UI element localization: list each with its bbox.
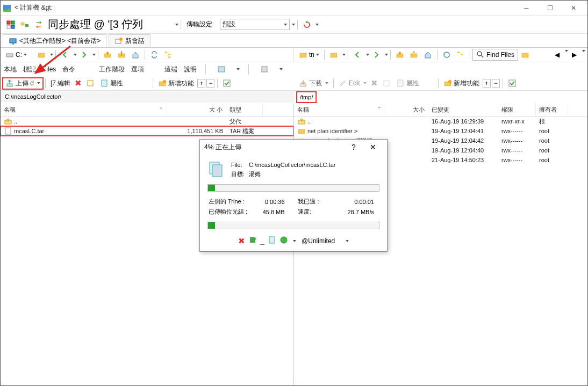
svg-rect-6 (11, 25, 15, 28)
close-button[interactable]: ✕ (562, 1, 585, 16)
dialog-cancel-icon[interactable]: ✖ (238, 236, 245, 246)
left-action-icon-1[interactable] (84, 78, 97, 89)
right-check-icon[interactable] (506, 78, 519, 89)
right-home-icon[interactable] (421, 49, 434, 60)
right-minus-icon[interactable]: − (492, 79, 500, 88)
svg-rect-27 (457, 52, 460, 53)
svg-rect-41 (384, 81, 389, 86)
left-tree-icon[interactable] (162, 49, 175, 60)
transfer-preset-combo[interactable]: 預設 (220, 19, 290, 30)
menu-session[interactable]: 工作階段 (99, 65, 125, 74)
minimize-button[interactable]: ─ (514, 1, 538, 16)
right-sync-icon[interactable] (440, 49, 453, 60)
menu-remote[interactable]: 遠端 (164, 65, 177, 74)
menu-help[interactable]: 說明 (184, 65, 197, 74)
upload-button[interactable]: 上傳 d (3, 78, 43, 89)
svg-rect-42 (398, 80, 403, 86)
main-toolbar: 同步處理 @ '[3 佇列 傳輸設定 預設 (1, 16, 587, 34)
right-bookmark-icon[interactable] (519, 49, 532, 60)
nav-right-icon[interactable]: ▶ (570, 50, 579, 60)
nav-left-icon[interactable]: ◀ (553, 50, 562, 60)
right-col-name[interactable]: 名稱⌃ (294, 104, 385, 116)
left-col-size[interactable]: 大 小 (167, 104, 226, 116)
right-drive-combo[interactable]: tn (297, 49, 321, 60)
left-newfunc-button[interactable]: 新增功能 (155, 78, 197, 89)
right-action-icon-1[interactable] (380, 78, 393, 89)
download-button[interactable]: 下載 (296, 78, 331, 89)
left-plus-icon[interactable]: + (197, 79, 205, 88)
right-back-icon[interactable] (351, 49, 364, 60)
svg-rect-58 (269, 237, 275, 243)
right-parent-icon[interactable] (393, 49, 406, 60)
refresh-icon[interactable] (300, 19, 313, 30)
tab-current-session[interactable]: <其他工作階段> <目前会话> (3, 34, 106, 47)
svg-rect-45 (509, 80, 515, 86)
dialog-globe-icon[interactable] (279, 236, 288, 246)
dialog-play-icon[interactable] (248, 236, 257, 246)
right-edit-button[interactable]: Edit (336, 78, 369, 89)
menu-local[interactable]: 本地 (4, 65, 17, 74)
sync-folders-icon[interactable] (18, 19, 31, 30)
dialog-help-button[interactable]: ? (344, 143, 363, 151)
left-parent-row[interactable]: .. 父代 (1, 116, 293, 126)
dialog-close-button[interactable]: ✕ (363, 143, 383, 151)
menu-files[interactable]: Files (42, 65, 56, 73)
delete-x-icon[interactable]: ✖ (75, 78, 82, 88)
left-drive-combo[interactable]: C: (3, 49, 29, 60)
left-path-bar[interactable]: C:\mcasLogCollector\ (1, 91, 294, 103)
right-path-bar[interactable]: /tmp/ (296, 91, 317, 103)
svg-point-26 (444, 52, 449, 57)
tab-new-session[interactable]: 新會話 (109, 34, 150, 47)
menu-cmd[interactable]: 命令 (62, 65, 75, 74)
menu-icon-2[interactable] (258, 64, 271, 75)
right-list-row[interactable]: net plan identifier >19-Aug-19 12:04:41r… (294, 126, 587, 136)
svg-rect-14 (38, 53, 45, 57)
right-col-owner[interactable]: 擁有者 (536, 104, 568, 116)
left-forward-icon[interactable] (77, 49, 90, 60)
right-tree-icon[interactable] (454, 49, 467, 60)
menu-bar: 本地 標記 Files 命令 工作階段 選項 遠端 說明 (1, 62, 294, 76)
svg-point-38 (163, 80, 166, 83)
left-back-icon[interactable] (59, 49, 71, 60)
maximize-button[interactable]: ☐ (538, 1, 562, 16)
right-col-size[interactable]: 大小 (385, 104, 428, 116)
left-props-button[interactable]: 屬性 (97, 78, 126, 89)
right-col-perm[interactable]: 權限 (498, 104, 536, 116)
left-col-type[interactable]: 類型 (226, 104, 263, 116)
left-file-row[interactable]: mcasLC.tar 1,110,451 KB TAR 檔案 (1, 126, 293, 136)
find-files-button[interactable]: Find Files (472, 49, 518, 61)
right-forward-icon[interactable] (370, 49, 383, 60)
left-col-name[interactable]: 名稱⌃ (1, 104, 167, 116)
session-tabs: <其他工作階段> <目前会话> 新會話 (1, 34, 587, 48)
menu-icon-1[interactable] (215, 64, 228, 75)
right-delete-x-icon[interactable]: ✖ (371, 78, 378, 88)
left-check-icon[interactable] (220, 78, 233, 89)
right-props-button[interactable]: 屬性 (393, 78, 422, 89)
menu-options[interactable]: 選項 (131, 65, 144, 74)
right-list-row[interactable]: ..16-Aug-19 16:29:39rwxr-xr-x根 (294, 116, 587, 126)
sync-icon[interactable] (4, 19, 17, 30)
left-parent-icon[interactable] (101, 49, 114, 60)
menu-mark[interactable]: 標記 (23, 65, 36, 74)
left-home-icon[interactable] (129, 49, 142, 60)
dialog-doc-icon[interactable] (268, 236, 276, 246)
left-root-icon[interactable] (115, 49, 128, 60)
right-root-icon[interactable] (407, 49, 420, 60)
right-col-changed[interactable]: 已變更 (428, 104, 498, 116)
svg-rect-18 (165, 52, 167, 53)
dialog-minimize-icon[interactable]: _ (260, 236, 264, 245)
edit-button[interactable]: [7 編輯 (48, 78, 73, 89)
left-minus-icon[interactable]: − (206, 79, 214, 88)
left-sync-icon[interactable] (148, 49, 161, 60)
svg-rect-49 (298, 129, 305, 134)
svg-rect-24 (411, 54, 417, 57)
sync-arrows-icon[interactable] (32, 19, 45, 30)
right-open-folder-icon[interactable] (327, 49, 340, 60)
left-open-folder-icon[interactable] (35, 49, 48, 60)
right-newfunc-button[interactable]: 新增功能 (441, 78, 482, 89)
new-session-icon (114, 37, 123, 46)
dialog-unlimited-label[interactable]: @Unlimited (302, 237, 335, 245)
svg-rect-3 (7, 21, 10, 24)
svg-rect-20 (168, 56, 170, 58)
right-plus-icon[interactable]: + (483, 79, 491, 88)
